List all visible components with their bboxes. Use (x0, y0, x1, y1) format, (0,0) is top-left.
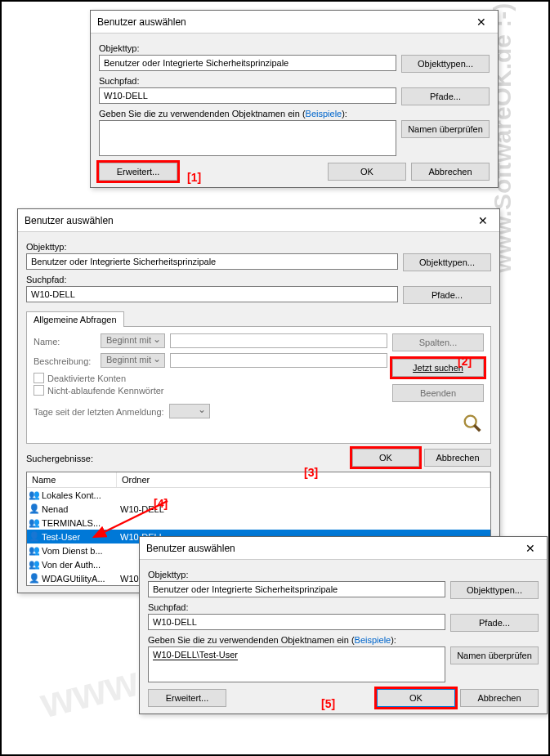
tab-panel: Name: Beginnt mit Beschreibung: Beginnt … (26, 326, 491, 444)
dialog-basic-top: Benutzer auswählen ✕ Objekttyp: Benutzer… (90, 10, 499, 188)
examples-link[interactable]: Beispiele (355, 635, 391, 645)
col-name[interactable]: Name (27, 472, 117, 487)
description-label: Beschreibung: (34, 356, 96, 366)
examples-link[interactable]: Beispiele (306, 109, 342, 119)
magnifier-icon (461, 412, 484, 435)
nonexpiring-checkbox[interactable]: Nicht-ablaufende Kennwörter (34, 385, 387, 396)
list-row[interactable]: 👥TERMINALS... (27, 516, 490, 530)
ok-button-d2[interactable]: OK (352, 449, 419, 467)
searchpath-field: W10-DELL (99, 87, 396, 104)
annotation-5: [5] (321, 697, 335, 710)
user-icon: 👤 (29, 573, 40, 584)
cancel-button-d2[interactable]: Abbrechen (424, 449, 491, 467)
tab-general-queries[interactable]: Allgemeine Abfragen (26, 311, 124, 327)
list-header: Name Ordner (27, 472, 490, 488)
cancel-button-d1[interactable]: Abbrechen (411, 163, 490, 181)
name-label: Name: (34, 337, 96, 347)
columns-button[interactable]: Spalten... (392, 333, 484, 351)
titlebar: Benutzer auswählen ✕ (18, 209, 499, 232)
window-title: Benutzer auswählen (97, 16, 186, 28)
ok-button-d3[interactable]: OK (377, 689, 455, 707)
users-icon: 👥 (29, 490, 40, 500)
titlebar: Benutzer auswählen ✕ (140, 537, 547, 560)
titlebar: Benutzer auswählen ✕ (91, 11, 498, 34)
list-row[interactable]: 👤NenadW10-DELL (27, 502, 490, 516)
paths-button[interactable]: Pfade... (401, 87, 490, 105)
window-title: Benutzer auswählen (25, 215, 114, 226)
description-combo[interactable]: Beginnt mit (101, 353, 165, 368)
objecttypes-button[interactable]: Objekttypen... (403, 253, 491, 271)
users-icon: 👥 (29, 517, 40, 528)
stop-button[interactable]: Beenden (392, 384, 484, 402)
annotation-3: [3] (304, 466, 318, 479)
name-combo[interactable]: Beginnt mit (101, 333, 165, 348)
objecttype-label: Objekttyp: (148, 570, 539, 579)
ok-button-d1[interactable]: OK (328, 163, 406, 181)
user-icon: 👤 (29, 531, 40, 542)
close-button[interactable]: ✕ (514, 537, 547, 559)
list-row[interactable]: 👥Lokales Kont... (27, 488, 490, 502)
objecttype-field: Benutzer oder Integrierte Sicherheitspri… (148, 581, 445, 597)
days-label: Tage seit der letzten Anmeldung: (34, 407, 164, 417)
objecttypes-button[interactable]: Objekttypen... (450, 581, 539, 599)
annotation-1: [1] (187, 171, 201, 184)
close-button[interactable]: ✕ (467, 209, 499, 231)
days-combo (169, 404, 210, 418)
enter-names-label: Geben Sie die zu verwendenden Objektname… (148, 635, 539, 645)
objecttype-label: Objekttyp: (26, 242, 491, 252)
name-input[interactable] (170, 333, 387, 348)
dialog-basic-bottom: Benutzer auswählen ✕ Objekttyp: Benutzer… (139, 536, 548, 714)
enter-names-label: Geben Sie die zu verwendenden Objektname… (99, 109, 490, 119)
results-label: Suchergebnisse: (26, 454, 352, 463)
advanced-button[interactable]: Erweitert... (148, 689, 226, 707)
searchpath-label: Suchpfad: (148, 602, 539, 612)
objecttype-label: Objekttyp: (99, 43, 490, 53)
check-names-button[interactable]: Namen überprüfen (450, 646, 539, 664)
object-names-textarea[interactable] (99, 120, 396, 156)
searchpath-field: W10-DELL (148, 614, 445, 630)
users-icon: 👥 (29, 559, 40, 570)
advanced-button[interactable]: Erweitert... (99, 163, 177, 181)
objecttype-field: Benutzer oder Integrierte Sicherheitspri… (99, 55, 396, 71)
svg-line-1 (474, 425, 480, 431)
paths-button[interactable]: Pfade... (450, 614, 539, 632)
window-title: Benutzer auswählen (146, 543, 235, 554)
searchpath-label: Suchpfad: (99, 76, 490, 86)
deactivated-checkbox[interactable]: Deaktivierte Konten (34, 373, 387, 383)
user-icon: 👤 (29, 503, 40, 514)
description-input[interactable] (170, 353, 387, 368)
annotation-4: [4] (154, 497, 168, 510)
annotation-2: [2] (458, 355, 472, 368)
cancel-button-d3[interactable]: Abbrechen (460, 689, 539, 707)
check-names-button[interactable]: Namen überprüfen (401, 120, 490, 138)
objecttype-field: Benutzer oder Integrierte Sicherheitspri… (26, 253, 398, 270)
searchpath-label: Suchpfad: (26, 275, 491, 284)
close-button[interactable]: ✕ (465, 11, 498, 33)
paths-button[interactable]: Pfade... (403, 286, 491, 304)
searchpath-field: W10-DELL (26, 286, 398, 302)
users-icon: 👥 (29, 545, 40, 556)
objecttypes-button[interactable]: Objekttypen... (401, 55, 490, 73)
object-names-textarea[interactable]: W10-DELL\Test-User (148, 646, 445, 682)
